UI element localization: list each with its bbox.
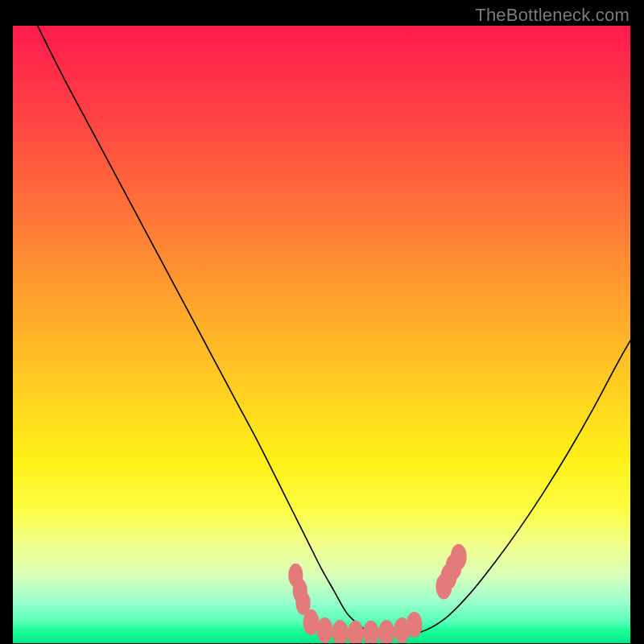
highlight-dot — [407, 612, 423, 638]
highlight-dot — [316, 617, 332, 643]
bottleneck-curve — [38, 26, 630, 634]
highlight-dot — [363, 621, 379, 643]
highlight-dots — [288, 544, 467, 643]
highlight-dot — [332, 620, 349, 643]
plot-area — [13, 26, 630, 643]
attribution-text: TheBottleneck.com — [475, 5, 630, 26]
highlight-dot — [378, 620, 394, 643]
highlight-dot — [348, 621, 364, 643]
chart-frame — [13, 26, 630, 643]
highlight-dot — [451, 544, 467, 570]
chart-svg — [13, 26, 630, 643]
